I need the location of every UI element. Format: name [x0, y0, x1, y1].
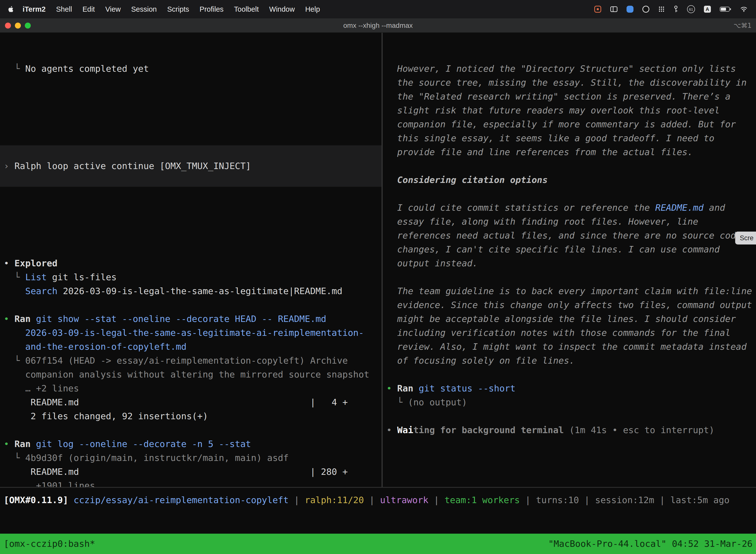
ralph-loop-banner: › Ralph loop active continue [OMX_TMUX_I… [0, 145, 381, 187]
left-pane[interactable]: └ No agents completed yet › Ralph loop a… [0, 33, 381, 487]
dots-grid-icon[interactable] [658, 6, 665, 12]
terminal-line: 2 files changed, 92 insertions(+) [4, 409, 381, 423]
terminal-line: … +1901 lines [4, 479, 381, 487]
terminal-line: the "Related research writing" section i… [386, 90, 756, 104]
terminal-line [4, 298, 381, 312]
menu-shell[interactable]: Shell [51, 5, 77, 13]
terminal-line: output instead. [386, 257, 756, 270]
menu-scripts[interactable]: Scripts [162, 5, 194, 13]
terminal-line: essay file, along with finding root file… [386, 215, 756, 229]
terminal-line: • Ran git log --oneline --decorate -n 5 … [4, 437, 381, 451]
terminal-line: review. Also, I might want to inspect th… [386, 340, 756, 354]
menu-iterm2[interactable]: iTerm2 [17, 5, 51, 13]
terminal-line: might be acceptable alongside the file l… [386, 312, 756, 326]
terminal-line: I could cite commit statistics or refere… [386, 201, 756, 215]
terminal-line: The team guideline is to back every impo… [386, 284, 756, 298]
clipped-screen-notification-button[interactable]: Scre [735, 232, 756, 244]
terminal-line: └ List git ls-files [4, 270, 381, 284]
terminal-line: provide file and line references from th… [386, 145, 756, 159]
window-shortcut-hint: ⌥⌘1 [734, 22, 756, 29]
terminal-line: Search 2026-03-09-is-legal-the-same-as-l… [4, 284, 381, 298]
tmux-status-bar: [omx-cczip0:bash* "MacBook-Pro-44.local"… [0, 534, 756, 554]
minimize-window-button[interactable] [15, 22, 21, 29]
zoom-window-button[interactable] [25, 22, 31, 29]
terminal-line: companion file, especially if more comme… [386, 117, 756, 131]
window-title: omx --xhigh --madmax [0, 21, 756, 30]
terminal-line [386, 187, 756, 201]
terminal-line: Considering citation options [386, 173, 756, 187]
tmux-panes: └ No agents completed yet › Ralph loop a… [0, 33, 756, 487]
terminal-line: references need actual files, and since … [386, 229, 756, 242]
terminal-line [4, 423, 381, 437]
terminal-line: • Waiting for background terminal (1m 41… [386, 423, 756, 437]
battery-icon[interactable] [720, 6, 731, 12]
terminal-line: slight risk that future readers may over… [386, 104, 756, 117]
terminal-line [386, 159, 756, 173]
menu-session[interactable]: Session [126, 5, 162, 13]
terminal-line: companion analysis without altering the … [4, 368, 381, 382]
terminal-line: └ (no output) [386, 395, 756, 409]
terminal-line: this single essay, it seems like a good … [386, 131, 756, 145]
left-pane-top-lines: └ No agents completed yet [4, 62, 381, 76]
close-window-button[interactable] [5, 22, 11, 29]
terminal-line [386, 368, 756, 382]
terminal-line: └ No agents completed yet [4, 62, 381, 76]
terminal-line: • Ran git show --stat --oneline --decora… [4, 312, 381, 326]
terminal-window: └ No agents completed yet › Ralph loop a… [0, 33, 756, 554]
right-pane[interactable]: However, I noticed the "Directory Struct… [383, 33, 756, 487]
terminal-line: • Ran git status --short [386, 382, 756, 395]
terminal-line: • Explored [4, 257, 381, 270]
blue-app-icon[interactable] [627, 6, 633, 13]
omx-status-bar: [OMX#0.11.9] cczip/essay/ai-reimplementa… [0, 488, 756, 507]
menu-toolbelt[interactable]: Toolbelt [229, 5, 264, 13]
menu-view[interactable]: View [100, 5, 126, 13]
banner-prompt-icon: › [4, 159, 14, 173]
terminal-line: and-the-erosion-of-copyleft.md [4, 340, 381, 354]
terminal-line: However, I noticed the "Directory Struct… [386, 62, 756, 76]
terminal-line: changes, I can't cite specific file line… [386, 242, 756, 257]
terminal-line: evidence. Since this change only affects… [386, 298, 756, 312]
menu-edit[interactable]: Edit [77, 5, 100, 13]
window-title-bar: omx --xhigh --madmax ⌥⌘1 [0, 18, 756, 33]
dark-circle-app-icon[interactable] [642, 6, 649, 13]
terminal-line: the source tree, missing the essay. Stil… [386, 76, 756, 90]
terminal-line: README.md | 280 + [4, 465, 381, 479]
screen-recording-indicator-icon[interactable] [594, 6, 601, 13]
percent-badge-icon[interactable]: 61 [687, 5, 695, 13]
window-tiles-icon[interactable] [610, 6, 618, 12]
terminal-line [386, 409, 756, 423]
terminal-line: [OMX#0.11.9] cczip/essay/ai-reimplementa… [4, 493, 756, 507]
tmux-session-window: [omx-cczip0:bash* [4, 537, 95, 551]
terminal-line: 2026-03-09-is-legal-the-same-as-legitima… [4, 326, 381, 340]
terminal-line [386, 270, 756, 284]
menu-profiles[interactable]: Profiles [194, 5, 229, 13]
terminal-line: README.md | 4 + [4, 395, 381, 409]
apple-menu[interactable] [7, 5, 15, 13]
terminal-line: └ 4b9d30f (origin/main, instructkr/main,… [4, 451, 381, 465]
banner-text: Ralph loop active continue [OMX_TMUX_INJ… [14, 159, 251, 173]
menu-bar-status-icons: 61 A [594, 5, 749, 13]
tmux-host-clock: "MacBook-Pro-44.local" 04:52 31-Mar-26 [548, 537, 753, 551]
menu-help[interactable]: Help [300, 5, 325, 13]
traffic-lights [0, 22, 31, 29]
left-pane-transcript: • Explored └ List git ls-files Search 20… [4, 257, 381, 487]
right-pane-transcript: However, I noticed the "Directory Struct… [386, 62, 756, 437]
apple-logo-icon [8, 5, 14, 13]
menu-bar: iTerm2 Shell Edit View Session Scripts P… [0, 0, 756, 18]
key-icon[interactable] [674, 5, 678, 13]
terminal-line: └ 067f154 (HEAD -> essay/ai-reimplementa… [4, 354, 381, 368]
wifi-icon[interactable] [740, 6, 748, 12]
terminal-line: including verification notes with those … [386, 326, 756, 340]
input-source-icon[interactable]: A [704, 6, 711, 13]
menu-window[interactable]: Window [264, 5, 300, 13]
terminal-line: … +2 lines [4, 382, 381, 395]
terminal-line: of focusing solely on file lines. [386, 354, 756, 368]
